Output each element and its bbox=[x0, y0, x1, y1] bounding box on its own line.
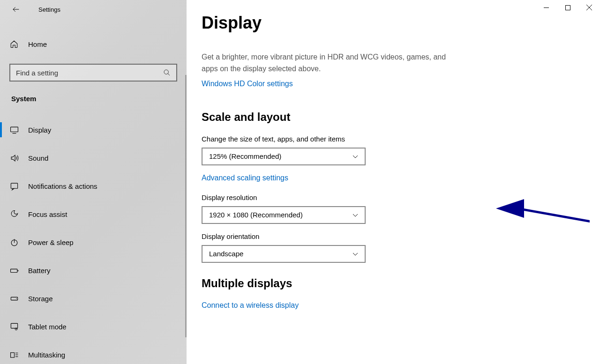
wireless-display-link[interactable]: Connect to a wireless display bbox=[202, 301, 299, 310]
power-icon bbox=[9, 238, 19, 247]
sidebar-item-focus-assist[interactable]: Focus assist bbox=[0, 200, 187, 228]
section-multiple-displays: Multiple displays bbox=[202, 277, 600, 290]
battery-icon bbox=[9, 266, 19, 275]
multitasking-icon bbox=[9, 350, 19, 359]
section-scale-layout: Scale and layout bbox=[202, 111, 600, 124]
svg-rect-13 bbox=[10, 352, 14, 357]
svg-rect-11 bbox=[11, 323, 17, 328]
storage-icon bbox=[9, 294, 19, 303]
resolution-value: 1920 × 1080 (Recommended) bbox=[209, 211, 303, 219]
minimize-icon bbox=[544, 5, 549, 10]
sidebar-nav: Display Sound Notifications & actions Fo… bbox=[0, 116, 187, 364]
orientation-value: Landscape bbox=[209, 250, 243, 258]
arrow-left-icon bbox=[12, 5, 20, 14]
window-controls bbox=[535, 0, 600, 15]
scale-value: 125% (Recommended) bbox=[209, 152, 281, 160]
home-icon bbox=[9, 40, 19, 48]
sidebar-item-label: Tablet mode bbox=[28, 323, 67, 331]
orientation-dropdown[interactable]: Landscape bbox=[202, 245, 366, 263]
back-button[interactable] bbox=[9, 3, 22, 16]
sidebar-item-label: Multitasking bbox=[28, 351, 65, 359]
search-icon bbox=[163, 69, 171, 76]
advanced-scaling-link[interactable]: Advanced scaling settings bbox=[202, 174, 288, 182]
category-label: System bbox=[11, 95, 187, 103]
svg-rect-18 bbox=[565, 5, 570, 10]
hdr-description: Get a brighter, more vibrant picture in … bbox=[202, 52, 455, 75]
display-icon bbox=[9, 126, 19, 134]
close-button[interactable] bbox=[578, 0, 600, 15]
sidebar-item-label: Focus assist bbox=[28, 210, 67, 218]
sidebar-item-notifications[interactable]: Notifications & actions bbox=[0, 172, 187, 200]
window-title: Settings bbox=[38, 6, 60, 13]
sidebar-item-label: Battery bbox=[28, 267, 51, 275]
sidebar-item-label: Power & sleep bbox=[28, 238, 74, 246]
sound-icon bbox=[9, 154, 19, 163]
tablet-icon bbox=[9, 322, 19, 331]
sidebar-item-display[interactable]: Display bbox=[0, 116, 187, 144]
svg-rect-4 bbox=[11, 183, 17, 188]
maximize-button[interactable] bbox=[557, 0, 578, 15]
scale-dropdown[interactable]: 125% (Recommended) bbox=[202, 148, 366, 165]
svg-line-1 bbox=[168, 74, 170, 75]
sidebar-item-storage[interactable]: Storage bbox=[0, 284, 187, 312]
svg-point-0 bbox=[164, 70, 168, 74]
home-label: Home bbox=[28, 40, 47, 48]
settings-sidebar: Settings Home System Display Sound bbox=[0, 0, 187, 364]
sidebar-item-power[interactable]: Power & sleep bbox=[0, 228, 187, 256]
svg-rect-7 bbox=[10, 269, 17, 272]
close-icon bbox=[586, 5, 592, 10]
sidebar-item-label: Display bbox=[28, 126, 51, 134]
sidebar-item-multitasking[interactable]: Multitasking bbox=[0, 341, 187, 364]
sidebar-item-label: Notifications & actions bbox=[28, 182, 98, 190]
focus-assist-icon bbox=[9, 210, 19, 219]
search-input[interactable] bbox=[16, 69, 163, 77]
orientation-label: Display orientation bbox=[202, 232, 600, 240]
chevron-down-icon bbox=[352, 212, 358, 218]
svg-rect-8 bbox=[17, 270, 18, 271]
chevron-down-icon bbox=[352, 154, 358, 159]
maximize-icon bbox=[565, 5, 570, 10]
hd-color-settings-link[interactable]: Windows HD Color settings bbox=[202, 80, 293, 88]
sidebar-item-label: Sound bbox=[28, 154, 48, 162]
sidebar-item-tablet[interactable]: Tablet mode bbox=[0, 312, 187, 341]
sidebar-item-battery[interactable]: Battery bbox=[0, 256, 187, 284]
home-nav[interactable]: Home bbox=[0, 34, 187, 54]
scale-label: Change the size of text, apps, and other… bbox=[202, 135, 600, 143]
chevron-down-icon bbox=[352, 251, 358, 257]
sidebar-item-sound[interactable]: Sound bbox=[0, 144, 187, 172]
page-title: Display bbox=[202, 13, 600, 33]
main-content: Display Get a brighter, more vibrant pic… bbox=[187, 0, 600, 364]
minimize-button[interactable] bbox=[535, 0, 557, 15]
svg-rect-2 bbox=[10, 127, 18, 132]
search-box[interactable] bbox=[9, 64, 177, 82]
svg-point-10 bbox=[16, 298, 17, 299]
resolution-label: Display resolution bbox=[202, 193, 600, 201]
notifications-icon bbox=[9, 182, 19, 191]
sidebar-item-label: Storage bbox=[28, 295, 53, 303]
resolution-dropdown[interactable]: 1920 × 1080 (Recommended) bbox=[202, 206, 366, 224]
